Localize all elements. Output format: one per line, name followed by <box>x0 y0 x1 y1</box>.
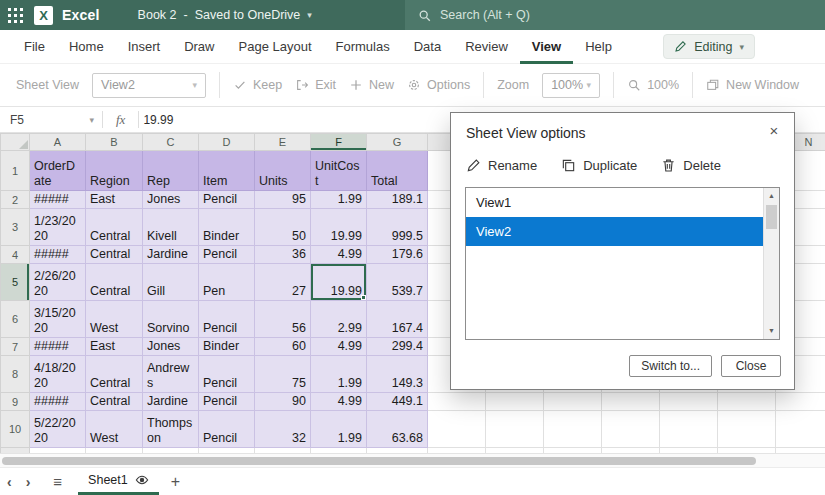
cell-F6[interactable]: 2.99 <box>311 301 367 338</box>
cell-L9[interactable] <box>660 393 718 411</box>
options-button[interactable]: Options <box>407 78 470 92</box>
cell-F2[interactable]: 1.99 <box>311 191 367 209</box>
cell-G1[interactable]: Total <box>367 151 428 191</box>
cell-C7[interactable]: Jones <box>143 338 199 356</box>
cell-D2[interactable]: Pencil <box>199 191 255 209</box>
row-header-2[interactable]: 2 <box>1 191 30 209</box>
cell-B1[interactable]: Region <box>86 151 143 191</box>
sheet-tab-sheet1[interactable]: Sheet1 <box>78 468 159 495</box>
column-header-E[interactable]: E <box>255 134 311 151</box>
list-item-view1[interactable]: View1 <box>466 188 763 217</box>
cell-M10[interactable] <box>718 411 776 448</box>
tab-help[interactable]: Help <box>573 30 624 64</box>
cell-I10[interactable] <box>486 411 544 448</box>
switch-to-button[interactable]: Switch to... <box>629 355 712 377</box>
row-header-4[interactable]: 4 <box>1 246 30 264</box>
cell-G6[interactable]: 167.4 <box>367 301 428 338</box>
row-header-10[interactable]: 10 <box>1 411 30 448</box>
cell-G7[interactable]: 299.4 <box>367 338 428 356</box>
cell-G10[interactable]: 63.68 <box>367 411 428 448</box>
cell-L10[interactable] <box>660 411 718 448</box>
all-sheets-menu-icon[interactable]: ≡ <box>53 473 62 490</box>
cell-K9[interactable] <box>602 393 660 411</box>
cell-E5[interactable]: 27 <box>255 264 311 301</box>
name-box[interactable]: F5 ▾ <box>0 107 102 132</box>
next-sheet-button[interactable]: › <box>19 474 38 490</box>
cell-M9[interactable] <box>718 393 776 411</box>
cell-B7[interactable]: East <box>86 338 143 356</box>
cell-D5[interactable]: Pen <box>199 264 255 301</box>
cell-F3[interactable]: 19.99 <box>311 209 367 246</box>
listbox-scrollbar[interactable]: ▲ ▼ <box>763 188 779 339</box>
add-sheet-button[interactable]: + <box>171 473 180 491</box>
cell-A1[interactable]: OrderDate <box>30 151 86 191</box>
cell-E6[interactable]: 56 <box>255 301 311 338</box>
cell-F1[interactable]: UnitCost <box>311 151 367 191</box>
cell-E2[interactable]: 95 <box>255 191 311 209</box>
cell-E7[interactable]: 60 <box>255 338 311 356</box>
cell-C2[interactable]: Jones <box>143 191 199 209</box>
cell-C1[interactable]: Rep <box>143 151 199 191</box>
exit-button[interactable]: Exit <box>295 78 336 92</box>
list-item-view2[interactable]: View2 <box>466 217 763 246</box>
cell-G3[interactable]: 999.5 <box>367 209 428 246</box>
cell-J9[interactable] <box>544 393 602 411</box>
cell-F9[interactable]: 4.99 <box>311 393 367 411</box>
cell-B10[interactable]: West <box>86 411 143 448</box>
column-header-D[interactable]: D <box>199 134 255 151</box>
cell-F7[interactable]: 4.99 <box>311 338 367 356</box>
fx-button[interactable]: fx <box>103 112 138 128</box>
search-input[interactable]: Search (Alt + Q) <box>405 0 825 30</box>
cell-E3[interactable]: 50 <box>255 209 311 246</box>
tab-page-layout[interactable]: Page Layout <box>227 30 324 64</box>
tab-file[interactable]: File <box>12 30 57 64</box>
row-header-5[interactable]: 5 <box>1 264 30 301</box>
delete-button[interactable]: Delete <box>661 158 721 173</box>
scroll-down-icon[interactable]: ▼ <box>764 324 779 338</box>
tab-view[interactable]: View <box>520 30 573 64</box>
sheet-view-select[interactable]: View2 ▾ <box>92 73 206 98</box>
select-all-button[interactable] <box>1 134 30 151</box>
new-window-button[interactable]: New Window <box>706 78 799 92</box>
cell-B6[interactable]: West <box>86 301 143 338</box>
column-header-G[interactable]: G <box>367 134 428 151</box>
cell-D1[interactable]: Item <box>199 151 255 191</box>
row-header-1[interactable]: 1 <box>1 151 30 191</box>
close-button[interactable]: Close <box>721 355 781 377</box>
cell-G4[interactable]: 179.6 <box>367 246 428 264</box>
duplicate-button[interactable]: Duplicate <box>561 158 637 173</box>
cell-E9[interactable]: 90 <box>255 393 311 411</box>
cell-A9[interactable]: ##### <box>30 393 86 411</box>
cell-A10[interactable]: 5/22/2020 <box>30 411 86 448</box>
cell-N9[interactable] <box>776 393 825 411</box>
cell-D6[interactable]: Pencil <box>199 301 255 338</box>
cell-G2[interactable]: 189.1 <box>367 191 428 209</box>
cell-B4[interactable]: Central <box>86 246 143 264</box>
cell-C9[interactable]: Jardine <box>143 393 199 411</box>
new-view-button[interactable]: New <box>349 78 394 92</box>
row-header-6[interactable]: 6 <box>1 301 30 338</box>
cell-A2[interactable]: ##### <box>30 191 86 209</box>
cell-E1[interactable]: Units <box>255 151 311 191</box>
cell-C3[interactable]: Kivell <box>143 209 199 246</box>
cell-I9[interactable] <box>486 393 544 411</box>
cell-C4[interactable]: Jardine <box>143 246 199 264</box>
tab-home[interactable]: Home <box>57 30 116 64</box>
cell-C10[interactable]: Thompson <box>143 411 199 448</box>
cell-H10[interactable] <box>428 411 486 448</box>
cell-G9[interactable]: 449.1 <box>367 393 428 411</box>
tab-insert[interactable]: Insert <box>116 30 173 64</box>
cell-A4[interactable]: ##### <box>30 246 86 264</box>
cell-D8[interactable]: Pencil <box>199 356 255 393</box>
cell-A8[interactable]: 4/18/2020 <box>30 356 86 393</box>
cell-D3[interactable]: Binder <box>199 209 255 246</box>
cell-A7[interactable]: ##### <box>30 338 86 356</box>
cell-N10[interactable] <box>776 411 825 448</box>
tab-draw[interactable]: Draw <box>172 30 226 64</box>
cell-E8[interactable]: 75 <box>255 356 311 393</box>
column-header-A[interactable]: A <box>30 134 86 151</box>
scroll-up-icon[interactable]: ▲ <box>764 189 779 203</box>
horizontal-scrollbar[interactable] <box>0 453 825 467</box>
cell-E4[interactable]: 36 <box>255 246 311 264</box>
cell-K10[interactable] <box>602 411 660 448</box>
